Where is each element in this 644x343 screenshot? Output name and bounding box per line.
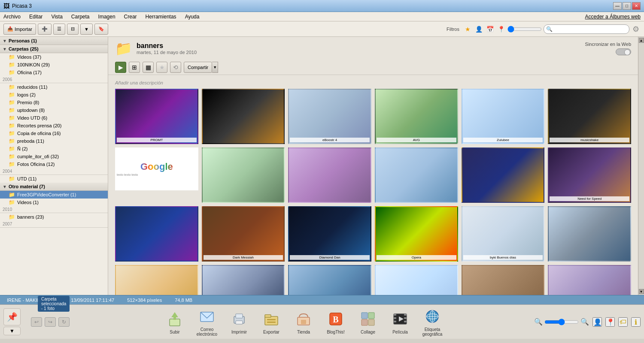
photo-thumb-1[interactable]: PROMT: [115, 89, 198, 144]
redo-button[interactable]: ↪: [45, 317, 56, 327]
photo-thumb-22[interactable]: Firefox: [375, 265, 458, 295]
photo-thumb-5[interactable]: Zulubee: [462, 89, 545, 144]
rotate-button[interactable]: ⟲: [170, 62, 181, 73]
action-collage[interactable]: Collage: [356, 310, 380, 334]
sidebar-item-logos[interactable]: 📁logos (2): [0, 91, 108, 99]
sidebar-item-oficina[interactable]: 📁Oficina (17): [0, 69, 108, 76]
grid-view-button[interactable]: ⊟: [67, 24, 79, 35]
zoom-slider[interactable]: [544, 319, 579, 325]
photo-thumb-23[interactable]: [462, 265, 545, 295]
photo-thumb-9[interactable]: [288, 147, 371, 203]
sidebar-item-videos37[interactable]: 📁Videos (37): [0, 53, 108, 61]
photo-thumb-4[interactable]: AVG: [375, 89, 458, 144]
share-dropdown-button[interactable]: ▼: [212, 62, 218, 73]
menu-carpeta[interactable]: Carpeta: [70, 13, 91, 21]
sidebar-item-reducidos[interactable]: 📁reducidos (11): [0, 83, 108, 91]
photo-thumb-16[interactable]: Opera: [375, 206, 458, 262]
action-blogthis[interactable]: B BlogThis!: [324, 310, 348, 334]
tag-button[interactable]: 🔖: [94, 24, 108, 35]
sidebar-item-banners[interactable]: 📁banners (23): [0, 213, 108, 221]
sidebar-item-enie[interactable]: 📁Ñ (2): [0, 145, 108, 153]
photo-thumb-19[interactable]: Coches premium: [115, 265, 198, 295]
filter-date-button[interactable]: 📅: [485, 24, 495, 34]
view-person-button[interactable]: 👤: [592, 317, 602, 327]
photo-thumb-24[interactable]: [548, 265, 631, 295]
photo-thumb-2[interactable]: [202, 89, 285, 144]
sidebar-item-videos1[interactable]: 📁Videos (1): [0, 199, 108, 206]
import-button[interactable]: 📥 Importar: [3, 24, 36, 35]
sidebar-item-recortes[interactable]: 📁Recortes prensa (20): [0, 122, 108, 129]
menu-imagen[interactable]: Imagen: [97, 13, 117, 21]
filter-person-button[interactable]: 👤: [474, 24, 483, 34]
photo-thumb-7[interactable]: Google texto texto texto: [115, 147, 198, 190]
sidebar-item-100nikon[interactable]: 📁100NIKON (29): [0, 61, 108, 69]
settings-icon[interactable]: ⚙: [631, 24, 641, 34]
photo-thumb-8[interactable]: [202, 147, 285, 203]
scroll-up-button[interactable]: ▲: [639, 38, 644, 43]
add-folder-button[interactable]: ➕: [38, 24, 52, 35]
photo-thumb-13[interactable]: [115, 206, 198, 262]
refresh-button[interactable]: ↻: [58, 317, 70, 327]
view-info-button[interactable]: ℹ: [631, 317, 641, 327]
sidebar-item-copia-oficina[interactable]: 📁Copia de oficina (16): [0, 129, 108, 137]
menu-crear[interactable]: Crear: [122, 13, 139, 21]
sidebar-item-uptodown[interactable]: 📁uptodown (8): [0, 106, 108, 114]
right-scrollbar[interactable]: ▲ ▼: [638, 37, 644, 295]
action-imprimir[interactable]: Imprimir: [228, 310, 251, 334]
thumbnail-view-button[interactable]: ⊞: [129, 62, 140, 73]
list-view-button[interactable]: ☰: [53, 24, 65, 35]
sidebar-item-premio[interactable]: 📁Premio (8): [0, 99, 108, 106]
list-view-button[interactable]: ▦: [143, 62, 154, 73]
photo-thumb-20[interactable]: [202, 265, 285, 295]
play-slideshow-button[interactable]: ▶: [115, 62, 126, 73]
sidebar-item-free3gp[interactable]: 📁Free3GPVideoConverter (1): [0, 191, 108, 199]
sidebar-item-utd[interactable]: 📁UTD (11): [0, 175, 108, 183]
photo-thumb-21[interactable]: [288, 265, 371, 295]
sidebar-section-personas[interactable]: ▼ Personas (1): [0, 37, 108, 45]
photo-thumb-18[interactable]: [548, 206, 631, 262]
action-pelicula[interactable]: Película: [389, 310, 412, 334]
filter-location-button[interactable]: 📍: [496, 24, 506, 34]
action-subir[interactable]: Subir: [163, 310, 187, 334]
view-tag-button[interactable]: 🏷: [618, 317, 628, 327]
photo-thumb-10[interactable]: [375, 147, 458, 203]
maximize-button[interactable]: □: [623, 2, 631, 10]
menu-vista[interactable]: Vista: [49, 13, 64, 21]
action-etiqueta-geo[interactable]: Etiquetageográfica: [421, 307, 444, 337]
view-dropdown-button[interactable]: ▼: [80, 24, 93, 35]
action-exportar[interactable]: Exportar: [260, 310, 283, 334]
sidebar-item-videoutd[interactable]: 📁Video UTD (6): [0, 114, 108, 122]
minimize-button[interactable]: —: [613, 2, 622, 10]
menu-down-button[interactable]: ▼: [3, 327, 21, 335]
photo-thumb-11[interactable]: [462, 147, 545, 203]
scroll-down-button[interactable]: ▼: [639, 289, 644, 294]
search-input[interactable]: [544, 24, 629, 34]
view-location-button[interactable]: 📍: [605, 317, 615, 327]
menu-archivo[interactable]: Archivo: [2, 13, 22, 21]
sidebar-section-otro[interactable]: ▼ Otro material (7): [0, 183, 108, 191]
photo-thumb-15[interactable]: Diamond Dan: [288, 206, 371, 262]
filter-slider[interactable]: [507, 26, 542, 33]
action-tienda[interactable]: Tienda: [292, 310, 316, 334]
sidebar-section-carpetas[interactable]: ▼ Carpetas (25): [0, 45, 108, 53]
photo-thumb-12[interactable]: Need for Speed: [548, 147, 631, 203]
menu-editar[interactable]: Editar: [27, 13, 44, 21]
sync-albums-link[interactable]: Acceder a Álbumes web: [583, 13, 642, 21]
menu-herramientas[interactable]: Herramientas: [144, 13, 178, 21]
sidebar-item-cumple[interactable]: 📁cumple_itor_ofi (32): [0, 153, 108, 160]
star-button[interactable]: ★: [156, 62, 167, 73]
add-description[interactable]: Añadir una descripción: [108, 78, 638, 89]
photo-thumb-6[interactable]: musicshake: [548, 89, 631, 144]
sidebar-item-preboda[interactable]: 📁preboda (11): [0, 137, 108, 145]
menu-ayuda[interactable]: Ayuda: [183, 13, 201, 21]
filter-star-button[interactable]: ★: [463, 24, 472, 34]
photo-thumb-3[interactable]: eBoostr 4: [288, 89, 371, 144]
pin-button[interactable]: 📌: [3, 308, 21, 325]
undo-button[interactable]: ↩: [31, 317, 42, 327]
photo-thumb-14[interactable]: Dark Messiah: [202, 206, 285, 262]
sidebar-item-fotos-oficina[interactable]: 📁Fotos Oficina (12): [0, 160, 108, 168]
share-button[interactable]: Compartir: [184, 62, 212, 73]
close-button[interactable]: ✕: [632, 2, 641, 10]
action-correo[interactable]: Correoelectrónico: [195, 307, 219, 337]
photo-thumb-17[interactable]: byki Buenos días: [462, 206, 545, 262]
